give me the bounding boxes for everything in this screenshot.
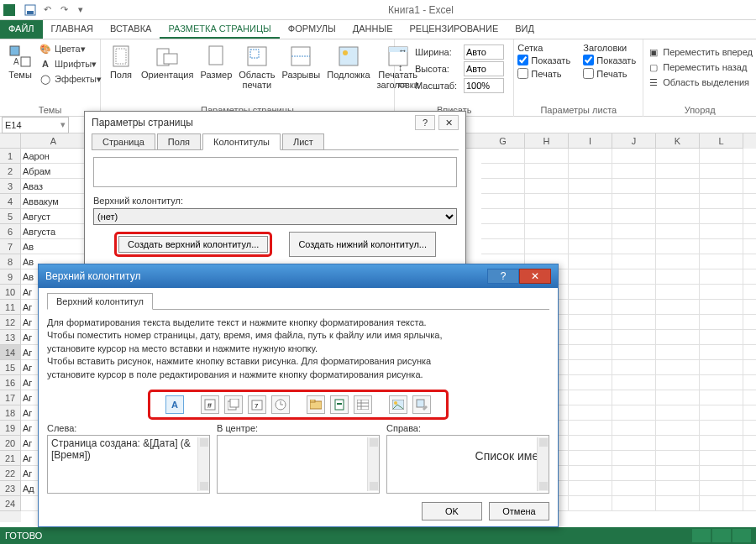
headings-print-check[interactable] <box>583 68 594 79</box>
insert-picture-icon[interactable] <box>389 395 407 414</box>
row-header[interactable]: 9 <box>0 269 21 285</box>
format-picture-icon[interactable] <box>412 395 431 414</box>
svg-rect-8 <box>164 54 177 64</box>
page-setup-dialog: Параметры страницы ? ✕ Страница Поля Кол… <box>84 111 466 279</box>
file-name-icon[interactable] <box>330 395 349 414</box>
save-icon[interactable] <box>23 3 38 18</box>
cell[interactable]: Ав <box>21 239 87 254</box>
tab-insert[interactable]: ВСТАВКА <box>102 20 160 39</box>
colors-button[interactable]: 🎨Цвета ▾ <box>39 41 102 56</box>
scale-input[interactable] <box>464 78 504 93</box>
orientation-button[interactable]: Ориентация <box>138 41 197 81</box>
dlg1-close-button[interactable]: ✕ <box>438 115 459 130</box>
dlg2-hint: Для форматирования текста выделите текст… <box>47 316 549 381</box>
background-button[interactable]: Подложка <box>323 41 373 81</box>
row-header[interactable]: 6 <box>0 224 21 239</box>
sheet-name-icon[interactable] <box>354 395 372 414</box>
cell[interactable]: Аарон <box>21 149 87 164</box>
qat-dropdown-icon[interactable]: ▾ <box>73 3 88 18</box>
row-header[interactable]: 19 <box>0 421 21 436</box>
tab-view[interactable]: ВИД <box>507 20 543 39</box>
row-header[interactable]: 21 <box>0 451 21 466</box>
view-layout-icon[interactable] <box>712 529 731 542</box>
row-header[interactable]: 22 <box>0 466 21 481</box>
row-header[interactable]: 16 <box>0 375 21 390</box>
left-section-input[interactable]: Страница создана: &[Дата] (&[Время]) <box>47 435 210 494</box>
format-text-icon[interactable]: A <box>165 395 184 414</box>
fonts-button[interactable]: AШрифты ▾ <box>39 56 102 71</box>
row-header[interactable]: 4 <box>0 194 21 209</box>
row-header[interactable]: 15 <box>0 360 21 375</box>
pages-icon[interactable] <box>224 395 243 414</box>
upper-hf-select[interactable]: (нет) <box>93 208 457 225</box>
grid-show-check[interactable] <box>517 55 528 65</box>
page-number-icon[interactable]: # <box>201 395 219 414</box>
cell[interactable]: Аваз <box>21 179 87 194</box>
row-header[interactable]: 2 <box>0 164 21 179</box>
undo-icon[interactable]: ↶ <box>39 3 55 18</box>
row-header[interactable]: 23 <box>0 481 21 496</box>
date-icon[interactable]: 7 <box>248 395 266 414</box>
dlg1-tab-headerfooter[interactable]: Колонтитулы <box>202 133 281 150</box>
headings-show-check[interactable] <box>583 55 594 65</box>
cell[interactable]: Август <box>21 209 87 224</box>
redo-icon[interactable]: ↷ <box>56 3 71 18</box>
row-header[interactable]: 18 <box>0 405 21 421</box>
scrollbar[interactable] <box>537 437 549 491</box>
dlg2-help-button[interactable]: ? <box>487 269 519 284</box>
create-lower-hf-button[interactable]: Создать нижний колонтитул... <box>289 232 436 257</box>
dlg1-tab-page[interactable]: Страница <box>92 133 155 150</box>
right-section-input[interactable]: Список имен <box>386 435 549 494</box>
row-header[interactable]: 5 <box>0 209 21 224</box>
ok-button[interactable]: OK <box>422 502 482 520</box>
file-path-icon[interactable] <box>307 395 325 414</box>
cancel-button[interactable]: Отмена <box>489 502 549 520</box>
height-input[interactable] <box>464 61 504 76</box>
tab-formulas[interactable]: ФОРМУЛЫ <box>280 20 344 39</box>
dlg1-help-button[interactable]: ? <box>415 115 435 130</box>
svg-text:#: # <box>207 401 212 410</box>
center-section-input[interactable] <box>217 435 380 494</box>
row-header[interactable]: 7 <box>0 239 21 254</box>
scrollbar[interactable] <box>367 437 379 491</box>
upper-hf-label: Верхний колонтитул: <box>93 196 457 206</box>
time-icon[interactable] <box>271 395 290 414</box>
themes-button[interactable]: A Темы <box>3 41 37 81</box>
row-header[interactable]: 11 <box>0 300 21 315</box>
tab-file[interactable]: ФАЙЛ <box>0 20 43 39</box>
dlg2-tab[interactable]: Верхний колонтитул <box>47 293 153 310</box>
cell[interactable]: Абрам <box>21 164 87 179</box>
row-header[interactable]: 20 <box>0 436 21 451</box>
grid-print-check[interactable] <box>517 68 528 79</box>
row-header[interactable]: 3 <box>0 179 21 194</box>
tab-page-layout[interactable]: РАЗМЕТКА СТРАНИЦЫ <box>160 20 279 39</box>
effects-button[interactable]: ◯Эффекты ▾ <box>39 71 102 86</box>
dlg1-tab-sheet[interactable]: Лист <box>282 133 324 150</box>
row-header[interactable]: 10 <box>0 285 21 300</box>
name-box[interactable]: E14▾ <box>2 117 69 133</box>
margins-button[interactable]: Поля <box>104 41 138 81</box>
svg-rect-9 <box>209 46 223 65</box>
dlg2-close-button[interactable]: ✕ <box>519 269 551 284</box>
width-input[interactable] <box>464 44 504 60</box>
view-break-icon[interactable] <box>732 529 751 542</box>
cell[interactable]: Августа <box>21 224 87 239</box>
row-header[interactable]: 8 <box>0 254 21 269</box>
cell[interactable]: Аввакум <box>21 194 87 209</box>
row-header[interactable]: 12 <box>0 315 21 330</box>
print-area-button[interactable]: Область печати <box>235 41 278 92</box>
tab-home[interactable]: ГЛАВНАЯ <box>43 20 102 39</box>
row-header[interactable]: 14 <box>0 345 21 360</box>
tab-review[interactable]: РЕЦЕНЗИРОВАНИЕ <box>401 20 507 39</box>
row-header[interactable]: 17 <box>0 390 21 405</box>
size-button[interactable]: Размер <box>197 41 235 81</box>
row-header[interactable]: 1 <box>0 149 21 164</box>
scrollbar[interactable] <box>197 437 209 491</box>
row-header[interactable]: 13 <box>0 330 21 345</box>
tab-data[interactable]: ДАННЫЕ <box>344 20 402 39</box>
breaks-button[interactable]: Разрывы <box>278 41 323 81</box>
create-upper-hf-button[interactable]: Создать верхний колонтитул... <box>118 236 268 253</box>
row-header[interactable]: 24 <box>0 496 21 511</box>
view-normal-icon[interactable] <box>692 529 711 542</box>
dlg1-tab-margins[interactable]: Поля <box>157 133 201 150</box>
